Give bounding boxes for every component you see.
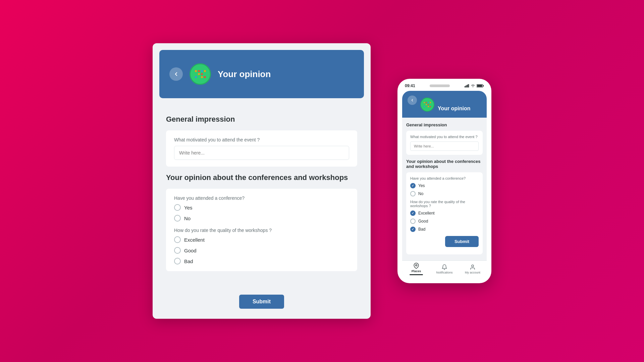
phone-q3-option-excellent[interactable]: Excellent bbox=[410, 210, 479, 216]
phone-q3-label: How do you rate the quality of the works… bbox=[410, 200, 479, 208]
desktop-q3-label: How do you rate the quality of the works… bbox=[174, 228, 349, 233]
phone-conferences-block: Have you attended a conference? Yes No H… bbox=[406, 172, 483, 254]
svg-rect-2 bbox=[467, 85, 468, 87]
desktop-q2-option-no[interactable]: No bbox=[174, 215, 349, 222]
mobile-phone: 09:41 bbox=[397, 79, 491, 283]
desktop-q3-option-bad[interactable]: Bad bbox=[174, 258, 349, 264]
phone-submit-button[interactable]: Submit bbox=[445, 236, 479, 247]
phone-status-bar: 09:41 bbox=[402, 83, 487, 91]
phone-header: Your opinion bbox=[402, 91, 487, 118]
desktop-q3-option-excellent[interactable]: Excellent bbox=[174, 236, 349, 243]
phone-nav-places[interactable]: Places bbox=[402, 263, 430, 275]
desktop-q2-label: Have you attended a conference? bbox=[174, 195, 349, 201]
desktop-logo bbox=[190, 63, 211, 85]
phone-nav-account-label: My account bbox=[465, 271, 480, 274]
desktop-section-general-title: General impression bbox=[166, 115, 357, 124]
phone-screen: Your opinion General impression What mot… bbox=[402, 91, 487, 279]
phone-general-block: What motivated you to attend the event ? bbox=[406, 131, 483, 155]
phone-logo bbox=[420, 98, 434, 112]
desktop-radio-no-label: No bbox=[184, 216, 191, 221]
phone-radio-excellent-checked bbox=[410, 210, 416, 216]
phone-nav-notifications[interactable]: Notifications bbox=[430, 264, 459, 274]
wifi-icon bbox=[471, 84, 475, 87]
desktop-card: Your opinion General impression What mot… bbox=[153, 43, 371, 319]
svg-rect-5 bbox=[483, 85, 484, 86]
phone-header-title: Your opinion bbox=[438, 106, 470, 112]
signal-icon bbox=[465, 84, 469, 87]
phone-content: General impression What motivated you to… bbox=[402, 118, 487, 260]
phone-q2-option-no[interactable]: No bbox=[410, 191, 479, 196]
phone-radio-yes-label: Yes bbox=[418, 183, 425, 188]
phone-nav-notifications-label: Notifications bbox=[436, 271, 452, 274]
phone-time: 09:41 bbox=[405, 83, 415, 88]
svg-rect-0 bbox=[465, 86, 466, 87]
phone-radio-good bbox=[410, 219, 416, 224]
phone-bottom-nav: Places Notifications My account bbox=[402, 260, 487, 279]
desktop-radio-bad-label: Bad bbox=[184, 258, 193, 264]
phone-nav-indicator bbox=[410, 274, 423, 275]
places-icon bbox=[413, 263, 419, 269]
svg-point-7 bbox=[416, 264, 417, 266]
phone-status-icons bbox=[465, 84, 484, 88]
phone-radio-excellent-label: Excellent bbox=[418, 211, 435, 216]
phone-q3-option-bad[interactable]: Bad bbox=[410, 227, 479, 232]
account-icon bbox=[470, 264, 476, 270]
desktop-radio-excellent-label: Excellent bbox=[184, 237, 205, 243]
phone-q1-label: What motivated you to attend the event ? bbox=[410, 135, 479, 139]
svg-rect-6 bbox=[477, 85, 482, 87]
phone-q3-options: Excellent Good Bad bbox=[410, 210, 479, 232]
phone-general-section-title: General impression bbox=[406, 122, 483, 127]
phone-radio-good-label: Good bbox=[418, 219, 428, 224]
desktop-radio-good bbox=[174, 247, 181, 254]
desktop-header-title: Your opinion bbox=[218, 69, 271, 79]
desktop-q1-input[interactable] bbox=[174, 146, 349, 160]
phone-radio-bad-label: Bad bbox=[418, 227, 425, 232]
phone-conferences-section-title: Your opinion about the conferences and w… bbox=[406, 159, 483, 169]
desktop-card-body: General impression What motivated you to… bbox=[153, 105, 371, 288]
phone-radio-bad-checked bbox=[410, 227, 416, 232]
desktop-radio-excellent bbox=[174, 236, 181, 243]
phone-radio-no-label: No bbox=[418, 191, 423, 196]
desktop-radio-bad bbox=[174, 258, 181, 264]
battery-icon bbox=[477, 84, 484, 88]
phone-nav-places-label: Places bbox=[412, 269, 421, 273]
desktop-q1-label: What motivated you to attend the event ? bbox=[174, 137, 349, 142]
desktop-radio-no bbox=[174, 215, 181, 222]
desktop-submit-button[interactable]: Submit bbox=[239, 295, 284, 309]
phone-radio-yes-checked bbox=[410, 183, 416, 188]
svg-rect-3 bbox=[468, 84, 469, 87]
phone-q2-label: Have you attended a conference? bbox=[410, 176, 479, 180]
svg-rect-1 bbox=[466, 85, 467, 87]
desktop-header: Your opinion bbox=[159, 50, 364, 98]
phone-q2-options: Yes No bbox=[410, 183, 479, 196]
desktop-q3-option-good[interactable]: Good bbox=[174, 247, 349, 254]
desktop-q2-options: Yes No bbox=[174, 204, 349, 222]
notifications-icon bbox=[441, 264, 447, 270]
desktop-q3-options: Excellent Good Bad bbox=[174, 236, 349, 264]
desktop-radio-good-label: Good bbox=[184, 248, 197, 253]
desktop-general-block: What motivated you to attend the event ? bbox=[166, 130, 357, 167]
desktop-radio-yes bbox=[174, 204, 181, 211]
phone-nav-account[interactable]: My account bbox=[459, 264, 487, 274]
phone-back-button[interactable] bbox=[408, 96, 417, 105]
phone-notch-pill bbox=[430, 84, 450, 87]
desktop-radio-yes-label: Yes bbox=[184, 205, 192, 210]
phone-q2-option-yes[interactable]: Yes bbox=[410, 183, 479, 188]
desktop-conferences-block: Have you attended a conference? Yes No H… bbox=[166, 189, 357, 271]
desktop-back-button[interactable] bbox=[169, 67, 183, 81]
svg-point-8 bbox=[472, 265, 474, 267]
desktop-submit-area: Submit bbox=[153, 295, 371, 319]
phone-q1-input[interactable] bbox=[410, 141, 479, 151]
phone-q3-option-good[interactable]: Good bbox=[410, 219, 479, 224]
desktop-q2-option-yes[interactable]: Yes bbox=[174, 204, 349, 211]
desktop-section-conferences-title: Your opinion about the conferences and w… bbox=[166, 173, 357, 182]
phone-radio-no bbox=[410, 191, 416, 196]
